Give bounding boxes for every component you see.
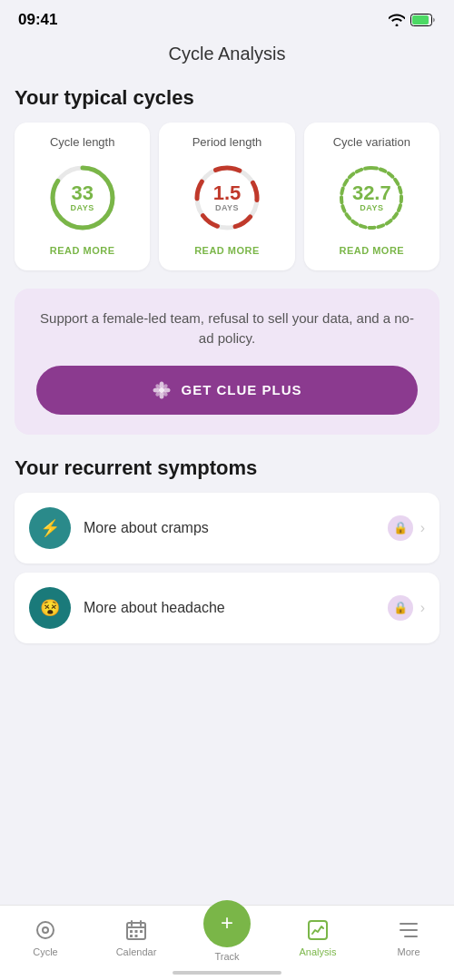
- cycle-length-label: Cycle length: [50, 135, 115, 151]
- svg-point-17: [43, 927, 48, 933]
- nav-cycle[interactable]: Cycle: [0, 917, 91, 957]
- cycle-nav-icon: [33, 917, 58, 943]
- headache-lock-icon: 🔒: [388, 595, 413, 621]
- cycle-length-value-wrap: 33 DAYS: [71, 183, 94, 212]
- analysis-nav-icon: [305, 917, 331, 943]
- cycle-variation-number: 32.7: [352, 183, 391, 203]
- period-length-circle: 1.5 DAYS: [191, 162, 263, 234]
- svg-rect-1: [412, 15, 429, 24]
- svg-rect-27: [309, 921, 327, 939]
- clue-plus-icon: [152, 380, 172, 400]
- promo-button-label: GET CLUE PLUS: [181, 382, 301, 397]
- svg-point-16: [37, 922, 54, 938]
- status-bar: 09:41: [0, 0, 454, 34]
- cycle-variation-value-wrap: 32.7 DAYS: [352, 183, 391, 212]
- period-length-unit: DAYS: [213, 203, 242, 212]
- main-content: Your typical cycles Cycle length 33 DAYS…: [0, 86, 454, 749]
- cramps-lock-icon: 🔒: [388, 515, 413, 541]
- cramps-icon: ⚡: [40, 518, 60, 538]
- nav-calendar-label: Calendar: [116, 946, 157, 957]
- svg-rect-26: [135, 935, 138, 937]
- svg-rect-22: [130, 930, 133, 933]
- home-indicator: [173, 971, 281, 975]
- cycle-cards-row: Cycle length 33 DAYS READ MORE Period le…: [15, 122, 439, 270]
- cycle-length-read-more[interactable]: READ MORE: [50, 245, 115, 256]
- typical-cycles-title: Your typical cycles: [15, 86, 439, 110]
- cycle-variation-label: Cycle variation: [333, 135, 410, 151]
- cycle-length-number: 33: [71, 183, 94, 203]
- get-clue-plus-button[interactable]: GET CLUE PLUS: [36, 366, 418, 415]
- cramps-chevron-icon: ›: [420, 520, 425, 536]
- cycle-variation-circle: 32.7 DAYS: [335, 162, 408, 234]
- nav-track-label: Track: [214, 951, 239, 962]
- symptoms-section: Your recurrent symptoms ⚡ More about cra…: [15, 456, 439, 643]
- cramps-icon-wrap: ⚡: [29, 507, 71, 549]
- bottom-nav: Cycle Calendar + Track: [0, 905, 454, 980]
- nav-analysis[interactable]: Analysis: [272, 917, 363, 957]
- status-time: 09:41: [18, 11, 57, 29]
- cycle-length-circle: 33 DAYS: [46, 162, 119, 234]
- headache-label: More about headache: [84, 600, 388, 616]
- cycle-variation-card: Cycle variation 32.7 DAYS READ MORE: [304, 122, 439, 270]
- battery-icon: [410, 14, 436, 26]
- symptom-cramps-item[interactable]: ⚡ More about cramps 🔒 ›: [15, 493, 439, 564]
- cycle-variation-unit: DAYS: [352, 203, 391, 212]
- promo-text: Support a female-led team, refusal to se…: [36, 309, 418, 349]
- svg-rect-25: [130, 935, 133, 937]
- nav-cycle-label: Cycle: [33, 946, 58, 957]
- headache-icon: 😵: [40, 598, 60, 618]
- page-header: Cycle Analysis: [0, 34, 454, 79]
- cycle-length-card: Cycle length 33 DAYS READ MORE: [15, 122, 150, 270]
- headache-chevron-icon: ›: [420, 600, 425, 616]
- period-length-label: Period length: [192, 135, 262, 151]
- cycle-length-unit: DAYS: [71, 203, 94, 212]
- more-nav-icon: [396, 917, 421, 943]
- svg-rect-24: [140, 930, 143, 933]
- symptoms-title: Your recurrent symptoms: [15, 456, 439, 480]
- nav-more[interactable]: More: [363, 917, 454, 957]
- period-length-number: 1.5: [213, 183, 242, 203]
- calendar-nav-icon: [123, 917, 149, 943]
- svg-rect-23: [135, 930, 138, 933]
- period-length-card: Period length 1.5 DAYS READ MORE: [159, 122, 294, 270]
- page-title: Cycle Analysis: [18, 44, 436, 64]
- nav-more-label: More: [397, 946, 419, 957]
- promo-banner: Support a female-led team, refusal to se…: [15, 289, 439, 435]
- symptom-headache-item[interactable]: 😵 More about headache 🔒 ›: [15, 573, 439, 643]
- wifi-icon: [389, 14, 405, 26]
- period-length-read-more[interactable]: READ MORE: [194, 245, 260, 256]
- nav-analysis-label: Analysis: [300, 946, 337, 957]
- period-length-value-wrap: 1.5 DAYS: [213, 183, 242, 212]
- headache-icon-wrap: 😵: [29, 587, 71, 629]
- cramps-label: More about cramps: [84, 520, 388, 536]
- nav-calendar[interactable]: Calendar: [91, 917, 182, 957]
- status-icons: [389, 14, 436, 26]
- cycle-variation-read-more[interactable]: READ MORE: [339, 245, 404, 256]
- track-add-button[interactable]: +: [203, 900, 251, 947]
- nav-track[interactable]: + Track: [182, 913, 272, 962]
